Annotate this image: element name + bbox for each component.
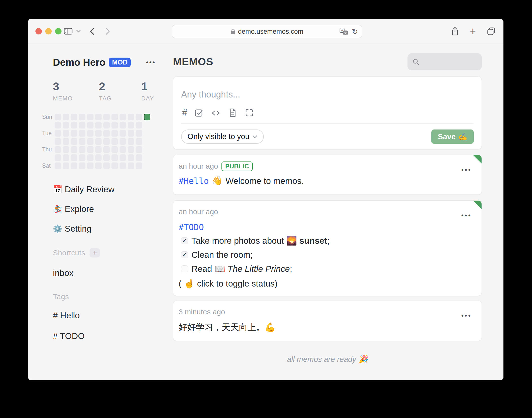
heatmap-cell[interactable] bbox=[55, 154, 61, 161]
heatmap-cell[interactable] bbox=[79, 146, 85, 153]
heatmap-cell[interactable] bbox=[63, 162, 69, 169]
heatmap-cell[interactable] bbox=[95, 114, 102, 120]
heatmap-cell[interactable] bbox=[87, 162, 94, 169]
heatmap-cell[interactable] bbox=[79, 130, 85, 137]
heatmap-cell-today[interactable] bbox=[144, 114, 150, 120]
sidebar-item-setting[interactable]: ⚙️ Setting bbox=[53, 223, 172, 234]
todo-checkbox-unchecked[interactable] bbox=[181, 265, 188, 272]
heatmap-cell[interactable] bbox=[120, 138, 126, 145]
checklist-tool-button[interactable] bbox=[194, 108, 204, 118]
heatmap-cell[interactable] bbox=[55, 114, 61, 120]
heatmap-cell[interactable] bbox=[87, 146, 94, 153]
minimize-window-button[interactable] bbox=[45, 28, 52, 34]
editor-placeholder[interactable]: Any thoughts... bbox=[181, 89, 474, 100]
heatmap-cell[interactable] bbox=[128, 154, 134, 161]
heatmap-cell[interactable] bbox=[71, 162, 77, 169]
heatmap-cell[interactable] bbox=[63, 114, 69, 120]
heatmap-cell[interactable] bbox=[103, 138, 110, 145]
heatmap-cell[interactable] bbox=[136, 138, 142, 145]
heatmap-cell[interactable] bbox=[79, 138, 85, 145]
new-tab-button[interactable]: + bbox=[470, 26, 476, 36]
todo-checkbox-checked[interactable]: ✓ bbox=[181, 237, 188, 244]
stat-memo[interactable]: 3 MEMO bbox=[53, 80, 99, 102]
heatmap-cell[interactable] bbox=[136, 122, 142, 129]
heatmap-cell[interactable] bbox=[63, 138, 69, 145]
tag-item-todo[interactable]: # TODO bbox=[53, 331, 172, 341]
heatmap-cell[interactable] bbox=[103, 122, 110, 129]
heatmap-cell[interactable] bbox=[63, 154, 69, 161]
forward-button[interactable] bbox=[105, 27, 111, 35]
address-bar[interactable]: demo.usememos.com A 文 ↻ bbox=[172, 25, 362, 38]
heatmap-cell[interactable] bbox=[63, 146, 69, 153]
save-button[interactable]: Save ✍️ bbox=[431, 129, 474, 144]
search-input[interactable] bbox=[423, 58, 477, 66]
heatmap-cell[interactable] bbox=[136, 146, 142, 153]
close-window-button[interactable] bbox=[35, 28, 42, 34]
heatmap-cell[interactable] bbox=[55, 138, 61, 145]
heatmap-cell[interactable] bbox=[95, 138, 102, 145]
heatmap-cell[interactable] bbox=[95, 154, 102, 161]
tab-overview-button[interactable] bbox=[487, 27, 496, 36]
heatmap-cell[interactable] bbox=[103, 146, 110, 153]
heatmap-cell[interactable] bbox=[111, 114, 118, 120]
heatmap-cell[interactable] bbox=[103, 162, 110, 169]
heatmap-cell[interactable] bbox=[128, 122, 134, 129]
heatmap-cell[interactable] bbox=[120, 146, 126, 153]
heatmap-cell[interactable] bbox=[71, 130, 77, 137]
shortcut-item-inbox[interactable]: inbox bbox=[53, 268, 172, 278]
tag-tool-button[interactable]: # bbox=[182, 108, 187, 117]
heatmap-cell[interactable] bbox=[95, 146, 102, 153]
heatmap-cell[interactable] bbox=[79, 114, 85, 120]
add-shortcut-button[interactable]: + bbox=[90, 248, 100, 257]
memo-tag-link[interactable]: #TODO bbox=[179, 222, 473, 232]
back-button[interactable] bbox=[89, 27, 95, 35]
heatmap-cell[interactable] bbox=[95, 122, 102, 129]
heatmap-cell[interactable] bbox=[120, 162, 126, 169]
heatmap-cell[interactable] bbox=[55, 162, 61, 169]
heatmap-cell[interactable] bbox=[79, 122, 85, 129]
fullscreen-tool-button[interactable] bbox=[244, 108, 254, 118]
sidebar-toggle-button[interactable] bbox=[63, 27, 73, 35]
share-button[interactable] bbox=[451, 27, 459, 36]
heatmap-cell[interactable] bbox=[87, 122, 94, 129]
heatmap-cell[interactable] bbox=[71, 114, 77, 120]
stat-day[interactable]: 1 DAY bbox=[141, 80, 154, 102]
search-box[interactable] bbox=[407, 53, 482, 70]
sidebar-item-explore[interactable]: 🏂 Explore bbox=[53, 204, 172, 214]
heatmap-cell[interactable] bbox=[136, 154, 142, 161]
todo-checkbox-checked[interactable]: ✓ bbox=[181, 251, 188, 258]
memo-menu-button[interactable]: ••• bbox=[460, 312, 473, 320]
heatmap-cell[interactable] bbox=[103, 154, 110, 161]
heatmap-cell[interactable] bbox=[128, 162, 134, 169]
heatmap-cell[interactable] bbox=[111, 122, 118, 129]
user-menu-button[interactable]: ••• bbox=[145, 58, 157, 66]
heatmap-cell[interactable] bbox=[79, 162, 85, 169]
heatmap-cell[interactable] bbox=[128, 146, 134, 153]
heatmap-cell[interactable] bbox=[71, 154, 77, 161]
heatmap-cell[interactable] bbox=[103, 130, 110, 137]
heatmap-cell[interactable] bbox=[87, 130, 94, 137]
heatmap-cell[interactable] bbox=[111, 162, 118, 169]
heatmap-cell[interactable] bbox=[128, 130, 134, 137]
heatmap-cell[interactable] bbox=[63, 130, 69, 137]
heatmap-cell[interactable] bbox=[55, 122, 61, 129]
code-tool-button[interactable] bbox=[211, 108, 221, 118]
document-tool-button[interactable] bbox=[228, 108, 237, 118]
heatmap-cell[interactable] bbox=[136, 114, 142, 120]
heatmap-cell[interactable] bbox=[103, 114, 110, 120]
sidebar-menu-chevron[interactable] bbox=[76, 30, 81, 33]
memo-tag-link[interactable]: #Hello bbox=[179, 176, 209, 186]
zoom-window-button[interactable] bbox=[55, 28, 62, 34]
heatmap-cell[interactable] bbox=[128, 114, 134, 120]
visibility-select[interactable]: Only visible to you bbox=[181, 129, 264, 144]
sidebar-item-daily-review[interactable]: 📅 Daily Review bbox=[53, 184, 172, 195]
memo-menu-button[interactable]: ••• bbox=[460, 211, 473, 220]
heatmap-cell[interactable] bbox=[55, 130, 61, 137]
heatmap-cell[interactable] bbox=[136, 130, 142, 137]
heatmap-cell[interactable] bbox=[95, 162, 102, 169]
heatmap-cell[interactable] bbox=[128, 138, 134, 145]
heatmap-cell[interactable] bbox=[111, 138, 118, 145]
heatmap-cell[interactable] bbox=[120, 114, 126, 120]
heatmap-cell[interactable] bbox=[111, 130, 118, 137]
heatmap-cell[interactable] bbox=[87, 138, 94, 145]
